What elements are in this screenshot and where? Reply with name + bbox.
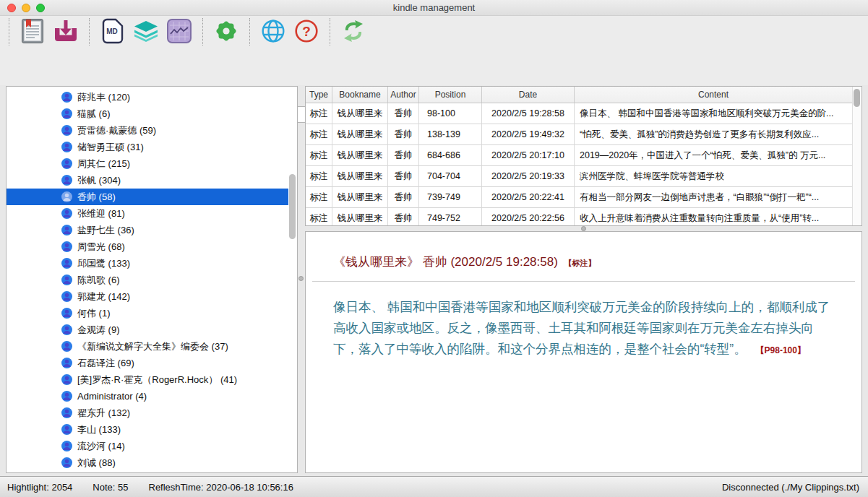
author-label: Administrator (4) — [77, 391, 147, 402]
person-icon — [61, 341, 72, 352]
cell-bookname: 钱从哪里来 — [332, 103, 388, 124]
author-list-item[interactable]: 贾雷德·戴蒙德 (59) — [7, 122, 288, 139]
author-list-item[interactable]: 翟东升 (132) — [7, 405, 288, 421]
author-label: 盐野七生 (36) — [77, 224, 134, 237]
detail-header: 《钱从哪里来》 香帅 (2020/2/5 19:28:58) 【标注】 — [333, 254, 853, 270]
author-label: 流沙河 (14) — [77, 440, 125, 453]
author-list-item[interactable]: 金观涛 (9) — [7, 321, 288, 338]
column-header-bookname[interactable]: Bookname — [332, 87, 388, 103]
author-list-item[interactable]: 周雪光 (68) — [7, 238, 288, 255]
close-button[interactable] — [7, 4, 16, 12]
clippings-table-panel: Type Bookname Author Position Date Conte… — [305, 86, 862, 226]
author-list-item[interactable]: 李山 (133) — [7, 421, 288, 438]
author-list-item[interactable]: 邱国鹭 (133) — [7, 255, 288, 272]
author-list-item[interactable]: 香帅 (58) — [7, 189, 288, 205]
table-row[interactable]: 标注 钱从哪里来 香帅 739-749 2020/2/5 20:22:41 有相… — [306, 187, 852, 208]
titlebar: kindle management — [0, 0, 868, 16]
notes-button[interactable] — [16, 17, 49, 47]
table-row[interactable]: 标注 钱从哪里来 香帅 684-686 2020/2/5 20:17:10 20… — [306, 145, 852, 166]
author-label: 张帆 (304) — [77, 174, 121, 187]
author-list-item[interactable]: 刘诚 (88) — [7, 454, 288, 471]
sidebar-scrollbar-thumb[interactable] — [289, 174, 296, 239]
markdown-export-button[interactable]: MD — [96, 17, 129, 47]
cell-type: 标注 — [306, 166, 332, 186]
person-icon — [61, 391, 72, 402]
person-icon — [61, 258, 72, 269]
author-list-item[interactable]: 郭建龙 (142) — [7, 288, 288, 305]
cell-author: 香帅 — [388, 208, 419, 226]
person-icon — [61, 108, 72, 119]
cell-bookname: 钱从哪里来 — [332, 208, 388, 226]
author-label: 周雪光 (68) — [77, 241, 125, 254]
table-row[interactable]: 标注 钱从哪里来 香帅 138-139 2020/2/5 19:49:32 “怕… — [306, 124, 852, 145]
author-label: 金观涛 (9) — [77, 324, 120, 337]
person-icon — [61, 441, 72, 451]
layers-icon — [134, 20, 158, 44]
author-list-item[interactable]: 猫腻 (6) — [7, 105, 288, 122]
person-icon — [61, 424, 72, 435]
refresh-icon — [340, 20, 366, 45]
person-icon — [61, 374, 72, 385]
detail-title: 《钱从哪里来》 香帅 (2020/2/5 19:28:58) — [333, 255, 558, 269]
cell-author: 香帅 — [388, 103, 419, 124]
person-icon — [61, 241, 72, 252]
toolbar-separator — [202, 18, 203, 46]
author-label: 何伟 (1) — [77, 307, 111, 320]
author-list-item[interactable]: 张维迎 (81) — [7, 205, 288, 222]
zoom-button[interactable] — [36, 4, 45, 12]
import-button[interactable] — [49, 17, 82, 47]
minimize-button[interactable] — [22, 4, 30, 12]
author-list-item[interactable]: 薛兆丰 (120) — [7, 89, 288, 105]
language-button[interactable] — [257, 17, 290, 47]
cell-position: 749-752 — [419, 208, 482, 226]
column-header-type[interactable]: Type — [306, 87, 332, 103]
author-list-item[interactable]: 流沙河 (14) — [7, 438, 288, 454]
author-list-item[interactable]: 周其仁 (215) — [7, 155, 288, 172]
author-list-item[interactable]: 储智勇王硕 (31) — [7, 139, 288, 155]
author-list-item[interactable]: 张帆 (304) — [7, 172, 288, 189]
table-header: Type Bookname Author Position Date Conte… — [306, 87, 852, 103]
statistics-button[interactable] — [163, 17, 196, 47]
column-header-position[interactable]: Position — [419, 87, 482, 103]
cell-position: 739-749 — [419, 187, 482, 207]
author-list-item[interactable]: 石磊译注 (69) — [7, 355, 288, 371]
status-note-count: Note: 55 — [93, 482, 128, 493]
help-button[interactable]: ? — [290, 17, 323, 47]
notes-icon — [22, 19, 43, 46]
cell-content: 有相当一部分网友一边倒地声讨患者，“白眼狼”“倒打一耙”“... — [575, 187, 852, 207]
column-header-author[interactable]: Author — [388, 87, 419, 103]
author-label: 储智勇王硕 (31) — [77, 141, 144, 154]
table-row[interactable]: 标注 钱从哪里来 香帅 704-704 2020/2/5 20:19:33 滨州… — [306, 166, 852, 187]
table-scrollbar[interactable] — [852, 87, 861, 225]
table-scrollbar-thumb[interactable] — [854, 89, 860, 107]
author-list-item[interactable]: 《新编说文解字大全集》编委会 (37) — [7, 338, 288, 355]
author-label: 翟东升 (132) — [77, 407, 130, 420]
author-label: 刘诚 (88) — [77, 457, 116, 470]
author-list-item[interactable]: Administrator (4) — [7, 388, 288, 405]
statusbar: Hightlight: 2054 Note: 55 RefleshTime: 2… — [0, 476, 868, 497]
globe-icon — [261, 19, 285, 46]
search-row: Search ALL — [0, 48, 868, 85]
cell-type: 标注 — [306, 208, 332, 226]
statistics-icon — [167, 19, 192, 46]
toolbar-separator — [249, 18, 250, 46]
cell-date: 2020/2/5 20:19:33 — [482, 166, 575, 186]
cell-author: 香帅 — [388, 145, 419, 165]
table-row[interactable]: 标注 钱从哪里来 香帅 749-752 2020/2/5 20:22:56 收入… — [306, 208, 852, 226]
author-list-item[interactable]: 盐野七生 (36) — [7, 222, 288, 238]
person-icon — [61, 175, 72, 186]
refresh-button[interactable] — [337, 17, 370, 47]
settings-button[interactable] — [210, 17, 243, 47]
author-list-item[interactable]: [美]罗杰·R·霍克（RogerR.Hock） (41) — [7, 371, 288, 388]
cell-type: 标注 — [306, 124, 332, 144]
vertical-splitter-handle[interactable] — [298, 276, 304, 281]
column-header-content[interactable]: Content — [575, 87, 852, 103]
author-label: 张维迎 (81) — [77, 207, 125, 220]
layers-export-button[interactable] — [129, 17, 163, 47]
author-list-item[interactable]: 陈凯歌 (6) — [7, 272, 288, 288]
horizontal-splitter-handle[interactable] — [581, 226, 586, 231]
table-row[interactable]: 标注 钱从哪里来 香帅 98-100 2020/2/5 19:28:58 像日本… — [306, 103, 852, 124]
cell-position: 138-139 — [419, 124, 482, 144]
author-list-item[interactable]: 何伟 (1) — [7, 305, 288, 321]
column-header-date[interactable]: Date — [482, 87, 575, 103]
